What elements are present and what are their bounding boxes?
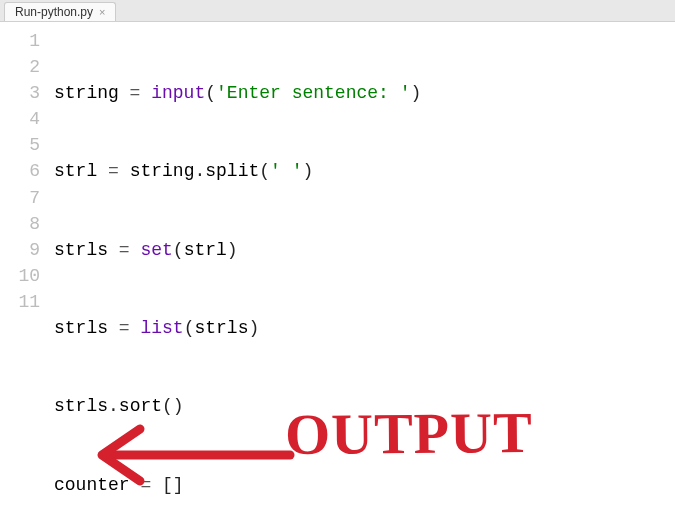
line-number: 10 <box>0 263 40 289</box>
line-number: 8 <box>0 211 40 237</box>
line-number: 3 <box>0 80 40 106</box>
editor-tab[interactable]: Run-python.py × <box>4 2 116 21</box>
code-editor[interactable]: 1 2 3 4 5 6 7 8 9 10 11 string = input('… <box>0 22 675 520</box>
line-number: 1 <box>0 28 40 54</box>
close-icon[interactable]: × <box>99 7 105 18</box>
line-number: 7 <box>0 185 40 211</box>
line-number: 4 <box>0 106 40 132</box>
code-line[interactable]: string = input('Enter sentence: ') <box>54 80 675 106</box>
line-number: 2 <box>0 54 40 80</box>
code-line[interactable]: strls = set(strl) <box>54 237 675 263</box>
editor-tab-bar: Run-python.py × <box>0 0 675 22</box>
code-line[interactable]: strls = list(strls) <box>54 315 675 341</box>
line-gutter: 1 2 3 4 5 6 7 8 9 10 11 <box>0 28 50 520</box>
code-line[interactable]: strls.sort() <box>54 393 675 419</box>
code-line[interactable]: strl = string.split(' ') <box>54 158 675 184</box>
line-number: 5 <box>0 132 40 158</box>
line-number: 11 <box>0 289 40 315</box>
editor-pane: Run-python.py × 1 2 3 4 5 6 7 8 9 10 11 … <box>0 0 675 520</box>
code-line[interactable]: counter = [] <box>54 472 675 498</box>
editor-tab-label: Run-python.py <box>15 5 93 19</box>
line-number: 9 <box>0 237 40 263</box>
line-number: 6 <box>0 158 40 184</box>
code-body[interactable]: string = input('Enter sentence: ') strl … <box>50 28 675 520</box>
